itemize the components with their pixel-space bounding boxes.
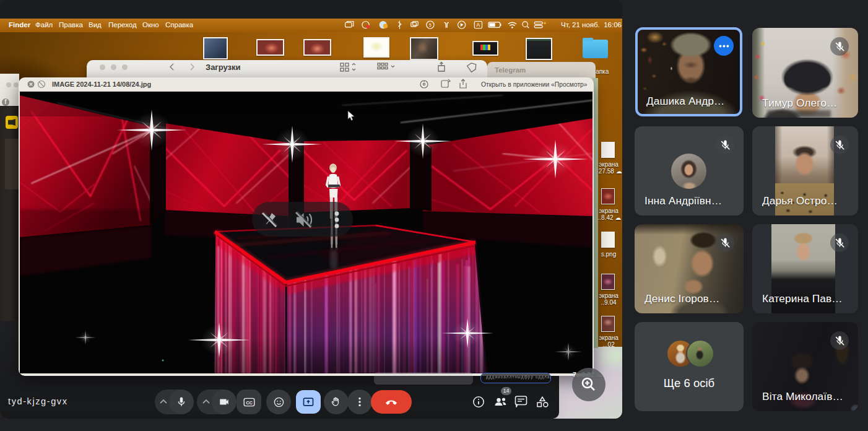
svg-text:5: 5 xyxy=(429,23,432,27)
svg-text:Загрузки: Загрузки xyxy=(206,63,241,72)
svg-text:CC: CC xyxy=(246,399,253,405)
svg-text:A: A xyxy=(477,22,480,28)
